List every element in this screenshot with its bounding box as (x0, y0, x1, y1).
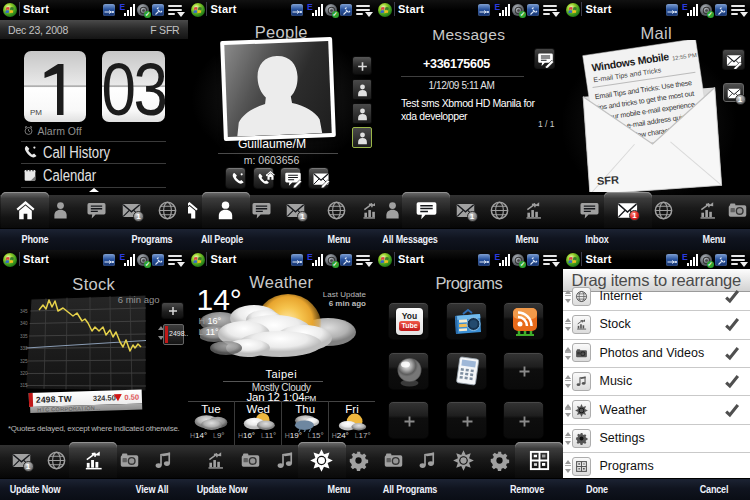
svg-text:340: 340 (20, 321, 28, 326)
svg-text:345: 345 (20, 309, 28, 314)
svg-text:330: 330 (20, 346, 28, 351)
svg-text:315: 315 (20, 383, 28, 388)
svg-text:SFR: SFR (596, 173, 619, 187)
svg-text:325: 325 (20, 359, 28, 364)
svg-text:335: 335 (20, 334, 28, 339)
svg-text:320: 320 (20, 371, 28, 376)
